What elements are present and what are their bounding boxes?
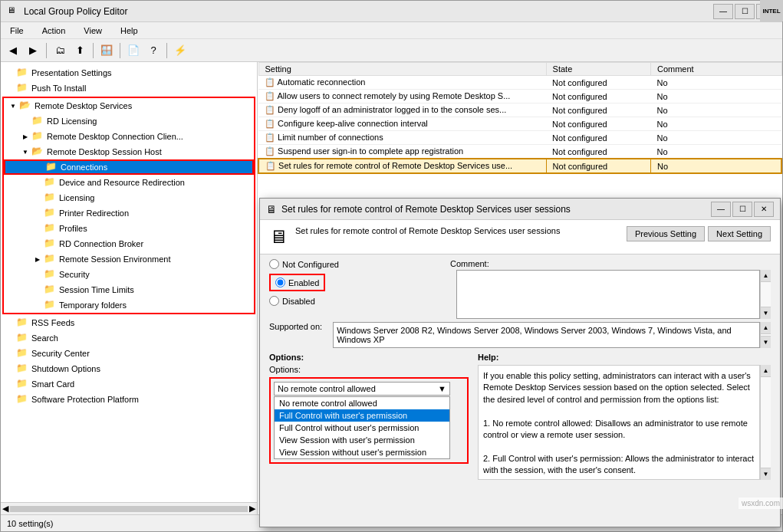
policy-icon: 📋 (265, 91, 275, 100)
tree-item-rss[interactable]: 📁 RSS Feeds (1, 315, 257, 330)
not-configured-radio[interactable] (269, 259, 279, 269)
tree-item-rdcc[interactable]: ▶ 📁 Remote Desktop Connection Clien... (4, 129, 254, 144)
tree-item-spp[interactable]: 📁 Software Protection Platform (1, 392, 257, 407)
tree-item-security[interactable]: 📁 Security (4, 267, 254, 282)
menu-file[interactable]: File (4, 25, 30, 37)
tree-item-label: Remote Desktop Connection Clien... (47, 132, 183, 141)
help-button[interactable]: ? (144, 41, 163, 60)
scroll-down-icon[interactable]: ▼ (761, 307, 771, 319)
setting-cell: 📋 Configure keep-alive connection interv… (258, 117, 546, 131)
forward-button[interactable]: ▶ (24, 41, 42, 60)
dropdown-trigger[interactable]: No remote control allowed ▼ (274, 382, 450, 396)
properties-button[interactable]: 📄 (124, 41, 143, 60)
expand-icon (31, 284, 44, 296)
folder-icon: 📁 (31, 130, 44, 143)
table-row[interactable]: 📋 Set rules for remote control of Remote… (258, 159, 781, 173)
scroll-up-icon[interactable]: ▲ (761, 322, 771, 334)
intel-badge: INTEL (760, 0, 783, 21)
dropdown-option-view-no-perm[interactable]: View Session without user's permission (275, 446, 449, 458)
scroll-up-icon[interactable]: ▲ (761, 270, 771, 282)
table-row[interactable]: 📋 Limit number of connections Not config… (258, 131, 781, 145)
col-setting: Setting (258, 63, 546, 76)
dropdown-list: No remote control allowed Full Control w… (274, 396, 450, 459)
menu-bar: File Action View Help (1, 22, 782, 39)
tree-item-smart-card[interactable]: 📁 Smart Card (1, 376, 257, 392)
toolbar-sep4 (166, 43, 167, 58)
table-row[interactable]: 📋 Deny logoff of an administrator logged… (258, 103, 781, 117)
new-window-button[interactable]: 🪟 (97, 41, 116, 60)
app-icon: 🖥 (7, 5, 19, 18)
dropdown-option-full-control-perm[interactable]: Full Control with user's permission (275, 409, 449, 422)
supported-scrollbar[interactable]: ▲ ▼ (760, 322, 771, 348)
scroll-down-icon[interactable]: ▼ (761, 468, 771, 480)
next-setting-button[interactable]: Next Setting (708, 226, 771, 241)
state-cell: Not configured (546, 76, 650, 90)
tree-item-search[interactable]: 📁 Search (1, 330, 257, 346)
tree-item-security-center[interactable]: 📁 Security Center (1, 346, 257, 361)
scroll-track (761, 282, 771, 307)
tree-panel: 📁 Presentation Settings 📁 Push To Instal… (1, 62, 258, 502)
expand-icon: ▼ (19, 146, 31, 158)
folder-icon: 📁 (44, 253, 56, 265)
prev-setting-button[interactable]: Previous Setting (627, 226, 705, 241)
tree-item-rdsh[interactable]: ▼ 📂 Remote Desktop Session Host (4, 144, 254, 159)
tree-item-label: Remote Desktop Services (35, 101, 132, 110)
tree-item-presentation[interactable]: 📁 Presentation Settings (1, 65, 257, 80)
menu-view[interactable]: View (77, 25, 108, 37)
dialog-nav-buttons: Previous Setting Next Setting (627, 226, 771, 241)
dialog-minimize-button[interactable]: — (711, 202, 731, 217)
back-button[interactable]: ◀ (4, 41, 22, 60)
not-configured-row: Not Configured (269, 259, 438, 269)
folder-icon: 📁 (16, 347, 28, 360)
tree-item-rd-licensing[interactable]: 📁 RD Licensing (4, 113, 254, 129)
policy-table: Setting State Comment 📋 Automatic reconn… (258, 62, 782, 174)
tree-item-temp-folders[interactable]: 📁 Temporary folders (4, 297, 254, 313)
help-scrollbar[interactable]: ▲ ▼ (760, 365, 771, 480)
dialog-policy-title: Set rules for remote control of Remote D… (295, 226, 619, 235)
enabled-radio[interactable] (275, 277, 285, 287)
folder-icon: 📁 (44, 222, 56, 235)
maximize-button[interactable]: ☐ (735, 4, 755, 19)
up-button[interactable]: ⬆ (71, 41, 89, 60)
expand-icon (31, 207, 44, 219)
comment-cell: No (650, 131, 781, 145)
tree-item-printer[interactable]: 📁 Printer Redirection (4, 205, 254, 221)
tree-item-shutdown[interactable]: 📁 Shutdown Options (1, 361, 257, 376)
tree-item-licensing[interactable]: 📁 Licensing (4, 190, 254, 205)
filter-button[interactable]: ⚡ (171, 41, 189, 60)
tree-item-session-time[interactable]: 📁 Session Time Limits (4, 282, 254, 297)
scroll-up-icon[interactable]: ▲ (761, 365, 771, 377)
expand-icon (4, 67, 16, 79)
menu-help[interactable]: Help (114, 25, 144, 37)
table-row[interactable]: 📋 Configure keep-alive connection interv… (258, 117, 781, 131)
table-row[interactable]: 📋 Suspend user sign-in to complete app r… (258, 145, 781, 159)
tree-item-profiles[interactable]: 📁 Profiles (4, 221, 254, 236)
scroll-left-icon[interactable]: ◀ (2, 504, 8, 514)
tree-item-rse[interactable]: ▶ 📁 Remote Session Environment (4, 251, 254, 267)
dropdown-option-full-control-no-perm[interactable]: Full Control without user's permission (275, 422, 449, 434)
menu-action[interactable]: Action (36, 25, 72, 37)
tree-item-push-install[interactable]: 📁 Push To Install (1, 80, 257, 96)
policy-dialog[interactable]: 🖥 Set rules for remote control of Remote… (259, 198, 781, 527)
scroll-down-icon[interactable]: ▼ (761, 336, 771, 348)
minimize-button[interactable]: — (713, 4, 733, 19)
table-row[interactable]: 📋 Allow users to connect remotely by usi… (258, 90, 781, 103)
show-hide-button[interactable]: 🗂 (51, 41, 69, 60)
tree-item-connections[interactable]: 📁 Connections (4, 159, 254, 175)
tree-item-rdcb[interactable]: 📁 RD Connection Broker (4, 236, 254, 251)
help-label: Help: (478, 353, 771, 362)
dropdown-option-no-control[interactable]: No remote control allowed (275, 397, 449, 409)
scroll-right-icon[interactable]: ▶ (249, 504, 255, 514)
dialog-close-button[interactable]: ✕ (754, 202, 774, 217)
tree-item-rds[interactable]: ▼ 📂 Remote Desktop Services (4, 98, 254, 113)
dropdown-option-view-perm[interactable]: View Session with user's permission (275, 434, 449, 446)
disabled-radio[interactable] (269, 296, 279, 306)
not-configured-label: Not Configured (282, 260, 339, 269)
comment-scrollbar[interactable]: ▲ ▼ (760, 270, 771, 319)
tree-item-device-redirect[interactable]: 📁 Device and Resource Redirection (4, 175, 254, 190)
comment-textarea[interactable] (456, 270, 760, 319)
tree-horizontal-scrollbar[interactable]: ◀ ▶ (1, 502, 257, 514)
table-row[interactable]: 📋 Automatic reconnection Not configured … (258, 76, 781, 90)
dialog-maximize-button[interactable]: ☐ (732, 202, 752, 217)
folder-icon: 📁 (16, 82, 28, 94)
